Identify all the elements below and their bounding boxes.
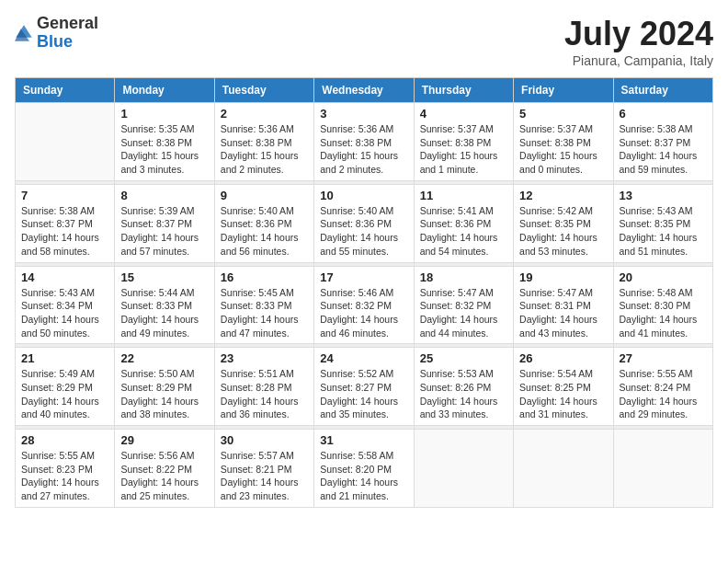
calendar-cell: 4Sunrise: 5:37 AMSunset: 8:38 PMDaylight… bbox=[414, 103, 513, 181]
calendar-cell: 19Sunrise: 5:47 AMSunset: 8:31 PMDayligh… bbox=[514, 266, 613, 344]
calendar-cell: 30Sunrise: 5:57 AMSunset: 8:21 PMDayligh… bbox=[214, 430, 313, 508]
day-info: Sunrise: 5:36 AMSunset: 8:38 PMDaylight:… bbox=[221, 122, 308, 177]
day-number: 21 bbox=[21, 351, 108, 365]
day-info: Sunrise: 5:51 AMSunset: 8:28 PMDaylight:… bbox=[221, 367, 308, 421]
day-info: Sunrise: 5:39 AMSunset: 8:37 PMDaylight:… bbox=[120, 204, 208, 259]
calendar-cell: 9Sunrise: 5:40 AMSunset: 8:36 PMDaylight… bbox=[214, 184, 313, 262]
day-info: Sunrise: 5:36 AMSunset: 8:38 PMDaylight:… bbox=[320, 122, 407, 177]
calendar-cell: 27Sunrise: 5:55 AMSunset: 8:24 PMDayligh… bbox=[613, 348, 712, 426]
day-number: 29 bbox=[120, 433, 208, 447]
calendar-cell bbox=[16, 103, 115, 181]
day-info: Sunrise: 5:50 AMSunset: 8:29 PMDaylight:… bbox=[120, 367, 208, 421]
day-info: Sunrise: 5:57 AMSunset: 8:21 PMDaylight:… bbox=[221, 449, 308, 503]
day-info: Sunrise: 5:38 AMSunset: 8:37 PMDaylight:… bbox=[21, 204, 108, 259]
day-number: 31 bbox=[320, 433, 407, 447]
calendar-cell bbox=[613, 430, 712, 508]
title-block: July 2024 Pianura, Campania, Italy bbox=[564, 15, 713, 68]
day-info: Sunrise: 5:54 AMSunset: 8:25 PMDaylight:… bbox=[519, 367, 607, 421]
day-info: Sunrise: 5:38 AMSunset: 8:37 PMDaylight:… bbox=[620, 122, 707, 177]
day-number: 24 bbox=[320, 351, 407, 365]
calendar-cell: 31Sunrise: 5:58 AMSunset: 8:20 PMDayligh… bbox=[314, 430, 414, 508]
day-number: 4 bbox=[420, 107, 507, 121]
col-sunday: Sunday bbox=[16, 78, 115, 103]
calendar-cell: 21Sunrise: 5:49 AMSunset: 8:29 PMDayligh… bbox=[16, 348, 115, 426]
calendar-cell: 18Sunrise: 5:47 AMSunset: 8:32 PMDayligh… bbox=[414, 266, 513, 344]
day-number: 26 bbox=[519, 351, 607, 365]
day-number: 12 bbox=[519, 189, 607, 202]
day-info: Sunrise: 5:48 AMSunset: 8:30 PMDaylight:… bbox=[620, 286, 707, 340]
day-info: Sunrise: 5:49 AMSunset: 8:29 PMDaylight:… bbox=[21, 367, 108, 421]
week-row-2: 7Sunrise: 5:38 AMSunset: 8:37 PMDaylight… bbox=[16, 184, 713, 262]
day-number: 1 bbox=[120, 107, 208, 121]
col-wednesday: Wednesday bbox=[314, 78, 414, 103]
day-number: 7 bbox=[21, 189, 108, 202]
day-number: 28 bbox=[21, 433, 108, 447]
col-thursday: Thursday bbox=[414, 78, 513, 103]
day-number: 17 bbox=[320, 270, 407, 284]
day-info: Sunrise: 5:56 AMSunset: 8:22 PMDaylight:… bbox=[120, 449, 208, 503]
day-number: 6 bbox=[620, 107, 707, 121]
col-saturday: Saturday bbox=[613, 78, 712, 103]
calendar-cell: 29Sunrise: 5:56 AMSunset: 8:22 PMDayligh… bbox=[115, 430, 214, 508]
day-info: Sunrise: 5:47 AMSunset: 8:31 PMDaylight:… bbox=[519, 286, 607, 340]
calendar-cell: 20Sunrise: 5:48 AMSunset: 8:30 PMDayligh… bbox=[613, 266, 712, 344]
calendar-cell: 25Sunrise: 5:53 AMSunset: 8:26 PMDayligh… bbox=[414, 348, 513, 426]
calendar-cell bbox=[514, 430, 613, 508]
day-info: Sunrise: 5:40 AMSunset: 8:36 PMDaylight:… bbox=[320, 204, 407, 259]
day-number: 18 bbox=[420, 270, 507, 284]
day-info: Sunrise: 5:45 AMSunset: 8:33 PMDaylight:… bbox=[221, 286, 308, 340]
day-info: Sunrise: 5:44 AMSunset: 8:33 PMDaylight:… bbox=[120, 286, 208, 340]
day-number: 25 bbox=[420, 351, 507, 365]
calendar-cell: 16Sunrise: 5:45 AMSunset: 8:33 PMDayligh… bbox=[214, 266, 313, 344]
col-friday: Friday bbox=[514, 78, 613, 103]
calendar-cell: 15Sunrise: 5:44 AMSunset: 8:33 PMDayligh… bbox=[115, 266, 214, 344]
calendar-cell: 7Sunrise: 5:38 AMSunset: 8:37 PMDaylight… bbox=[16, 184, 115, 262]
logo-blue: Blue bbox=[37, 33, 98, 52]
day-number: 11 bbox=[420, 189, 507, 202]
day-info: Sunrise: 5:55 AMSunset: 8:24 PMDaylight:… bbox=[620, 367, 707, 421]
day-info: Sunrise: 5:37 AMSunset: 8:38 PMDaylight:… bbox=[420, 122, 507, 177]
calendar-cell: 2Sunrise: 5:36 AMSunset: 8:38 PMDaylight… bbox=[214, 103, 313, 181]
day-info: Sunrise: 5:43 AMSunset: 8:35 PMDaylight:… bbox=[620, 204, 707, 259]
day-number: 19 bbox=[519, 270, 607, 284]
day-info: Sunrise: 5:42 AMSunset: 8:35 PMDaylight:… bbox=[519, 204, 607, 259]
month-year: July 2024 bbox=[564, 15, 713, 53]
day-number: 13 bbox=[620, 189, 707, 202]
week-row-1: 1Sunrise: 5:35 AMSunset: 8:38 PMDaylight… bbox=[16, 103, 713, 181]
week-row-3: 14Sunrise: 5:43 AMSunset: 8:34 PMDayligh… bbox=[16, 266, 713, 344]
calendar-cell bbox=[414, 430, 513, 508]
calendar-cell: 10Sunrise: 5:40 AMSunset: 8:36 PMDayligh… bbox=[314, 184, 414, 262]
day-info: Sunrise: 5:35 AMSunset: 8:38 PMDaylight:… bbox=[120, 122, 208, 177]
calendar-cell: 17Sunrise: 5:46 AMSunset: 8:32 PMDayligh… bbox=[314, 266, 414, 344]
day-number: 14 bbox=[21, 270, 108, 284]
calendar-cell: 1Sunrise: 5:35 AMSunset: 8:38 PMDaylight… bbox=[115, 103, 214, 181]
calendar-cell: 12Sunrise: 5:42 AMSunset: 8:35 PMDayligh… bbox=[514, 184, 613, 262]
day-info: Sunrise: 5:47 AMSunset: 8:32 PMDaylight:… bbox=[420, 286, 507, 340]
day-number: 22 bbox=[120, 351, 208, 365]
day-number: 3 bbox=[320, 107, 407, 121]
day-number: 27 bbox=[620, 351, 707, 365]
day-number: 30 bbox=[221, 433, 308, 447]
calendar-header-row: Sunday Monday Tuesday Wednesday Thursday… bbox=[16, 78, 713, 103]
calendar-cell: 5Sunrise: 5:37 AMSunset: 8:38 PMDaylight… bbox=[514, 103, 613, 181]
day-info: Sunrise: 5:41 AMSunset: 8:36 PMDaylight:… bbox=[420, 204, 507, 259]
day-info: Sunrise: 5:58 AMSunset: 8:20 PMDaylight:… bbox=[320, 449, 407, 503]
day-number: 16 bbox=[221, 270, 308, 284]
calendar-cell: 6Sunrise: 5:38 AMSunset: 8:37 PMDaylight… bbox=[613, 103, 712, 181]
calendar-cell: 23Sunrise: 5:51 AMSunset: 8:28 PMDayligh… bbox=[214, 348, 313, 426]
calendar-table: Sunday Monday Tuesday Wednesday Thursday… bbox=[15, 77, 713, 508]
col-tuesday: Tuesday bbox=[214, 78, 313, 103]
calendar-cell: 28Sunrise: 5:55 AMSunset: 8:23 PMDayligh… bbox=[16, 430, 115, 508]
day-number: 8 bbox=[120, 189, 208, 202]
day-info: Sunrise: 5:46 AMSunset: 8:32 PMDaylight:… bbox=[320, 286, 407, 340]
logo-general: General bbox=[37, 15, 98, 33]
logo-text: General Blue bbox=[37, 15, 98, 52]
calendar-cell: 26Sunrise: 5:54 AMSunset: 8:25 PMDayligh… bbox=[514, 348, 613, 426]
day-info: Sunrise: 5:53 AMSunset: 8:26 PMDaylight:… bbox=[420, 367, 507, 421]
day-number: 5 bbox=[519, 107, 607, 121]
logo-icon bbox=[15, 24, 33, 42]
day-info: Sunrise: 5:55 AMSunset: 8:23 PMDaylight:… bbox=[21, 449, 108, 503]
col-monday: Monday bbox=[115, 78, 214, 103]
calendar-cell: 8Sunrise: 5:39 AMSunset: 8:37 PMDaylight… bbox=[115, 184, 214, 262]
week-row-5: 28Sunrise: 5:55 AMSunset: 8:23 PMDayligh… bbox=[16, 430, 713, 508]
